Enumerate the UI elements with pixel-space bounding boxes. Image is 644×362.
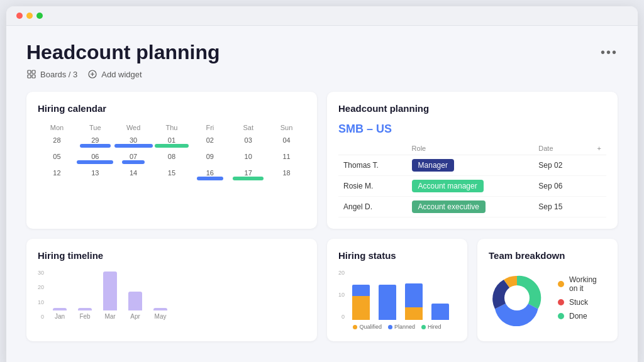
legend-qualified: Qualified [353, 324, 382, 330]
y-label: 0 [341, 314, 345, 320]
legend-dot-qualified [353, 325, 357, 329]
y-label: 20 [38, 284, 44, 290]
timeline-bar-mar: Mar [103, 272, 117, 320]
cal-cell: 17 [229, 168, 267, 180]
cal-cell: 28 [38, 135, 76, 148]
svg-rect-3 [32, 75, 35, 78]
status-legend: Qualified Planned Hired [338, 324, 456, 330]
cal-cell: 12 [38, 168, 76, 180]
hiring-timeline-title: Hiring timeline [38, 250, 306, 261]
role-badge: Account manager [412, 180, 484, 192]
page-toolbar: Boards / 3 Add widget [26, 69, 618, 79]
y-label: 0 [41, 314, 44, 320]
status-group [379, 275, 396, 320]
boards-nav[interactable]: Boards / 3 [26, 69, 77, 79]
cal-cell: 10 [229, 151, 267, 164]
add-icon [87, 69, 97, 79]
bar [103, 272, 117, 310]
legend-dot-planned [388, 325, 392, 329]
table-header-row: Role Date + [338, 142, 606, 155]
y-label: 10 [38, 299, 44, 305]
legend-circle-working [558, 281, 564, 287]
calendar-header: Mon Tue Wed Thu Fri Sat Sun [38, 123, 306, 133]
cal-cell: 05 [38, 151, 76, 164]
svg-rect-2 [28, 75, 31, 78]
cal-cell: 02 [191, 135, 229, 148]
widgets-grid: Hiring calendar Mon Tue Wed Thu Fri Sat … [26, 92, 618, 341]
cal-cell: 14 [114, 168, 153, 180]
status-group [431, 275, 449, 320]
y-label: 30 [38, 270, 44, 276]
hiring-timeline-widget: Hiring timeline 30 20 10 0 Jan [26, 239, 317, 341]
day-mon: Mon [38, 123, 76, 133]
close-dot[interactable] [16, 13, 23, 19]
add-widget-button[interactable]: Add widget [87, 69, 142, 79]
calendar-row-1: 28 29 30 01 02 03 04 [38, 135, 306, 148]
cal-cell: 06 [76, 151, 114, 164]
empty-cell [585, 197, 606, 217]
headcount-table: Role Date + Thomas T. Manager [338, 142, 606, 217]
bar [128, 292, 142, 310]
bar-stack [431, 275, 449, 320]
date-cell: Sep 06 [533, 176, 585, 197]
hiring-status-title: Hiring status [338, 250, 456, 261]
legend-hired: Hired [421, 324, 441, 330]
date-cell: Sep 02 [533, 155, 585, 176]
window-chrome [6, 6, 638, 26]
col-date: Date [533, 142, 585, 155]
person-name: Rosie M. [338, 176, 407, 197]
timeline-bar-may: May [153, 308, 167, 320]
hiring-calendar-title: Hiring calendar [38, 103, 306, 114]
status-chart-wrapper: 20 10 0 [338, 270, 456, 320]
role-badge: Manager [412, 159, 454, 172]
date-cell: Sep 15 [533, 197, 585, 217]
timeline-bar-apr: Apr [128, 292, 142, 320]
y-label: 10 [338, 292, 345, 298]
boards-label: Boards / 3 [40, 70, 77, 79]
bar-segment-planned [431, 304, 449, 320]
cal-cell: 09 [191, 151, 229, 164]
legend-circle-done [558, 313, 564, 319]
team-breakdown-widget: Team breakdown [477, 239, 618, 341]
bar [78, 308, 92, 310]
bar-segment-planned [352, 285, 370, 296]
timeline-bar-jan: Jan [53, 308, 67, 320]
table-row: Rosie M. Account manager Sep 06 [338, 176, 606, 197]
bottom-right-grid: Hiring status 20 10 0 [327, 239, 618, 341]
cal-cell: 04 [267, 135, 306, 148]
headcount-planning-widget: Headcount planning SMB – US Role Date + [327, 92, 618, 229]
legend-circle-stuck [558, 299, 564, 305]
more-options-button[interactable]: ••• [601, 45, 618, 60]
status-group [405, 275, 423, 320]
maximize-dot[interactable] [36, 13, 43, 19]
cal-cell: 07 [114, 151, 153, 164]
svg-rect-0 [28, 70, 31, 74]
person-name: Thomas T. [338, 155, 407, 176]
empty-cell [585, 176, 606, 197]
bar-segment-qualified [405, 307, 423, 320]
calendar-row-2: 05 06 07 08 09 10 11 [38, 151, 306, 164]
calendar-grid: Mon Tue Wed Thu Fri Sat Sun 28 29 30 01 [38, 123, 306, 180]
y-label: 20 [338, 270, 345, 276]
pie-svg [489, 270, 545, 326]
bar [53, 308, 67, 310]
cal-cell: 15 [153, 168, 191, 180]
hiring-status-widget: Hiring status 20 10 0 [327, 239, 467, 341]
table-row: Thomas T. Manager Sep 02 [338, 155, 606, 176]
day-thu: Thu [153, 123, 191, 133]
day-wed: Wed [114, 123, 153, 133]
col-add[interactable]: + [585, 142, 606, 155]
timeline-chart: Jan Feb Mar Apr [47, 270, 174, 320]
boards-icon [26, 69, 36, 79]
add-widget-label: Add widget [101, 70, 142, 79]
cal-cell: 03 [229, 135, 267, 148]
minimize-dot[interactable] [26, 13, 33, 19]
team-breakdown-title: Team breakdown [489, 250, 606, 261]
role-cell: Account manager [407, 176, 534, 197]
cal-cell: 30 [114, 135, 153, 148]
day-sun: Sun [267, 123, 306, 133]
pie-chart [489, 270, 545, 326]
cal-cell: 08 [153, 151, 191, 164]
breakdown-legend: Working on it Stuck Done [558, 275, 606, 321]
status-y-axis: 20 10 0 [338, 270, 345, 320]
